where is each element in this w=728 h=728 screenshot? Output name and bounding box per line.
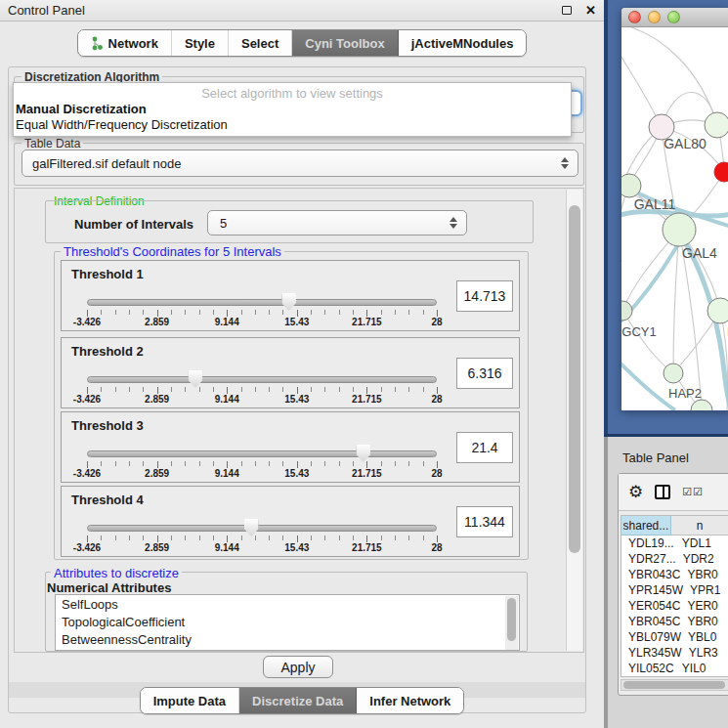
column-header-name[interactable]: n bbox=[671, 516, 728, 535]
threshold-1-value[interactable]: 14.713 bbox=[456, 280, 513, 312]
tab-cyni-toolbox[interactable]: Cyni Toolbox bbox=[292, 30, 398, 56]
table-row[interactable]: YIL052CYIL0 bbox=[621, 661, 728, 676]
list-vertical-scrollbar[interactable] bbox=[505, 596, 518, 651]
table-header-row: shared... n bbox=[621, 516, 728, 535]
tab-impute-data[interactable]: Impute Data bbox=[141, 688, 239, 713]
float-window-icon[interactable] bbox=[562, 6, 572, 15]
tab-network[interactable]: Network bbox=[78, 30, 172, 56]
table-data-selected: galFiltered.sif default node bbox=[32, 156, 181, 171]
slider-tick-labels: -3.4262.8599.14415.4321.71528 bbox=[87, 317, 437, 328]
slider-track[interactable] bbox=[87, 299, 437, 306]
node-g[interactable] bbox=[705, 112, 728, 138]
table-row[interactable]: YBL079WYBL0 bbox=[621, 629, 728, 645]
node-table[interactable]: shared... n YDL19...YDL1 YDR27...YDR2 YB… bbox=[621, 515, 728, 677]
popup-option-equal-width[interactable]: Equal Width/Frequency Discretization bbox=[14, 116, 571, 132]
bottom-tab-bar: Impute Data Discretize Data Infer Networ… bbox=[0, 687, 604, 714]
combo-arrows-icon bbox=[561, 157, 569, 169]
network-desktop-area: GAL80 G. C GAL11 GAL4 GCY1 H HAP2 bbox=[604, 0, 728, 437]
slider-track[interactable] bbox=[87, 450, 437, 457]
threshold-4-slider[interactable]: -3.4262.8599.14415.4321.71528 bbox=[87, 522, 437, 555]
tab-jactivemnodules[interactable]: jActiveMNodules bbox=[399, 30, 527, 56]
slider-tick-labels: -3.4262.8599.14415.4321.71528 bbox=[87, 542, 437, 554]
gear-icon[interactable]: ⚙ bbox=[628, 484, 643, 500]
threshold-1-slider[interactable]: -3.4262.8599.14415.4321.71528 bbox=[87, 296, 437, 329]
threshold-4-panel: Threshold 4 -3.4262.8599.14415.4321.7152… bbox=[61, 486, 520, 557]
node-gal11[interactable] bbox=[621, 174, 641, 197]
table-row[interactable]: YLR345WYLR3 bbox=[621, 645, 728, 661]
list-item[interactable]: TopologicalCoefficient bbox=[56, 613, 519, 630]
network-window[interactable]: GAL80 G. C GAL11 GAL4 GCY1 H HAP2 bbox=[621, 8, 728, 410]
scrollbar-thumb[interactable] bbox=[623, 681, 725, 689]
num-intervals-value: 5 bbox=[220, 216, 227, 231]
popup-hint: Select algorithm to view settings bbox=[14, 83, 571, 101]
list-item[interactable]: BetweennessCentrality bbox=[56, 630, 519, 648]
table-row[interactable]: YDL19...YDL1 bbox=[621, 535, 728, 551]
node-red-selected[interactable] bbox=[714, 162, 728, 182]
num-intervals-spinner[interactable]: 5 bbox=[207, 210, 467, 236]
slider-knob[interactable] bbox=[188, 370, 202, 388]
node-hap2[interactable] bbox=[664, 364, 683, 383]
slider-minor-ticks bbox=[87, 535, 437, 540]
node-gcy1[interactable] bbox=[621, 301, 632, 321]
table-row[interactable]: YBR045CYBR0 bbox=[621, 614, 728, 629]
close-traffic-light-icon[interactable] bbox=[628, 11, 641, 23]
slider-knob[interactable] bbox=[356, 445, 370, 462]
table-row[interactable]: YPR145WYPR1 bbox=[621, 582, 728, 598]
node-label-gal11: GAL11 bbox=[634, 196, 676, 212]
threshold-1-label: Threshold 1 bbox=[71, 267, 144, 281]
apply-button[interactable]: Apply bbox=[263, 656, 333, 678]
checkbox-icons[interactable]: ☑☑ bbox=[682, 486, 704, 498]
minimize-traffic-light-icon[interactable] bbox=[648, 11, 661, 23]
control-panel: Control Panel ✕ Network Style Select Cyn… bbox=[0, 0, 604, 728]
numerical-attributes-label: Numerical Attributes bbox=[47, 580, 171, 595]
column-header-shared-name[interactable]: shared... bbox=[621, 516, 671, 535]
slider-track[interactable] bbox=[87, 525, 437, 532]
threshold-4-value[interactable]: 11.344 bbox=[456, 506, 513, 537]
threshold-4-label: Threshold 4 bbox=[71, 492, 144, 507]
top-tab-bar: Network Style Select Cyni Toolbox jActiv… bbox=[0, 29, 604, 57]
tab-jactive-label: jActiveMNodules bbox=[411, 36, 514, 51]
node-label-gal4: GAL4 bbox=[682, 245, 717, 261]
node-gal4[interactable] bbox=[663, 213, 696, 246]
numerical-attributes-list[interactable]: SelfLoops TopologicalCoefficient Between… bbox=[55, 594, 520, 651]
tab-infer-network[interactable]: Infer Network bbox=[357, 688, 463, 713]
slider-track[interactable] bbox=[87, 376, 437, 383]
spinner-arrows-icon bbox=[450, 217, 457, 229]
panel-title: Control Panel bbox=[8, 3, 85, 18]
list-item[interactable]: SelfLoops bbox=[56, 595, 519, 613]
tab-select[interactable]: Select bbox=[229, 30, 292, 56]
table-row[interactable]: YER054CYER0 bbox=[621, 598, 728, 614]
threshold-2-slider[interactable]: -3.4262.8599.14415.4321.71528 bbox=[87, 373, 437, 407]
threshold-1-panel: Threshold 1 -3.4262.8599.14415.4321.7152… bbox=[61, 260, 520, 331]
slider-knob[interactable] bbox=[281, 293, 296, 311]
control-panel-titlebar: Control Panel ✕ bbox=[0, 0, 604, 21]
tab-network-label: Network bbox=[108, 36, 158, 51]
close-icon[interactable]: ✕ bbox=[585, 3, 596, 18]
network-canvas[interactable]: GAL80 G. C GAL11 GAL4 GCY1 H HAP2 bbox=[621, 27, 728, 410]
threshold-3-slider[interactable]: -3.4262.8599.14415.4321.71528 bbox=[87, 448, 437, 481]
slider-tick-labels: -3.4262.8599.14415.4321.71528 bbox=[87, 468, 437, 480]
node-h[interactable] bbox=[707, 298, 728, 323]
tab-style[interactable]: Style bbox=[172, 30, 229, 56]
network-graph: GAL80 G. C GAL11 GAL4 GCY1 H HAP2 bbox=[621, 27, 728, 410]
tab-discretize-data[interactable]: Discretize Data bbox=[239, 688, 357, 713]
scrollbar-thumb[interactable] bbox=[569, 205, 580, 553]
tab-cyni-label: Cyni Toolbox bbox=[305, 36, 384, 51]
slider-knob[interactable] bbox=[244, 519, 259, 536]
threshold-2-value[interactable]: 6.316 bbox=[456, 358, 513, 389]
network-window-titlebar[interactable] bbox=[621, 8, 728, 27]
main-vertical-scrollbar[interactable] bbox=[566, 190, 582, 651]
popup-option-manual[interactable]: Manual Discretization bbox=[14, 101, 571, 116]
table-row[interactable]: YDR27...YDR2 bbox=[621, 551, 728, 567]
threshold-3-value[interactable]: 21.4 bbox=[456, 432, 513, 463]
table-data-combobox[interactable]: galFiltered.sif default node bbox=[21, 150, 578, 177]
threshold-3-panel: Threshold 3 -3.4262.8599.14415.4321.7152… bbox=[61, 411, 520, 483]
tab-infer-label: Infer Network bbox=[369, 694, 450, 708]
node-label-hap2: HAP2 bbox=[668, 386, 702, 401]
zoom-traffic-light-icon[interactable] bbox=[667, 11, 680, 23]
table-horizontal-scrollbar[interactable] bbox=[621, 679, 728, 691]
scrollbar-thumb[interactable] bbox=[507, 598, 516, 641]
table-row[interactable]: YBR043CYBR0 bbox=[621, 567, 728, 582]
slider-minor-ticks bbox=[87, 387, 437, 392]
columns-icon[interactable] bbox=[655, 485, 670, 499]
